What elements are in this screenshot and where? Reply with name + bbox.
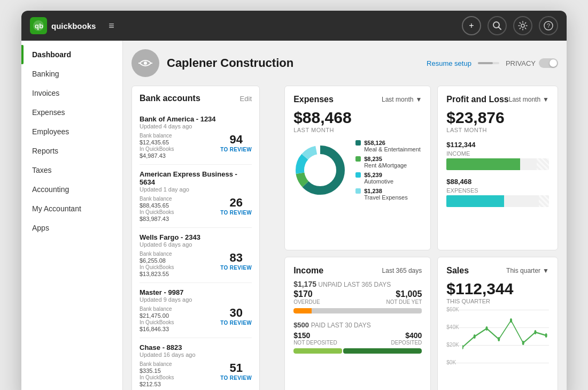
privacy-label: PRIVACY <box>506 59 536 67</box>
browser-window: qb quickbooks ≡ + <box>21 11 567 390</box>
bank-account-1: American Express Business - 5634 Updated… <box>140 165 252 228</box>
sidebar-item-dashboard[interactable]: Dashboard <box>21 45 122 64</box>
bank-updated-2: Updated 6 days ago <box>140 241 252 248</box>
svg-point-17 <box>486 326 488 331</box>
settings-button[interactable] <box>513 16 532 35</box>
topbar-actions: + ? <box>462 16 558 35</box>
svg-point-14 <box>305 155 335 185</box>
privacy-toggle-track[interactable] <box>539 58 558 68</box>
svg-point-19 <box>510 318 512 323</box>
bank-updated-0: Updated 4 days ago <box>140 123 252 129</box>
income-filter: Last 365 days <box>382 267 422 274</box>
y-label-0k: $0K <box>446 360 456 365</box>
review-badge-4: 51 TO REVIEW <box>220 361 252 381</box>
legend-item-1: $8,235 Rent &Mortgage <box>355 156 421 169</box>
bank-account-0: Bank of America - 1234 Updated 4 days ag… <box>140 110 252 165</box>
resume-setup-link[interactable]: Resume setup <box>427 59 471 67</box>
expenses-card-header: Expenses Last month ▼ <box>293 95 422 104</box>
income-title: Income <box>293 266 323 276</box>
review-badge-3: 30 TO REVIEW <box>220 306 252 326</box>
bank-accounts-header: Bank accounts Edit <box>140 94 252 103</box>
review-badge-0: 94 TO REVIEW <box>220 133 252 152</box>
bank-accounts-title: Bank accounts <box>140 94 200 103</box>
expenses-amount-label: LAST MONTH <box>293 127 422 133</box>
sidebar-item-taxes[interactable]: Taxes <box>21 160 122 180</box>
svg-point-22 <box>545 333 547 338</box>
svg-point-4 <box>521 24 524 27</box>
deposited-label: DEPOSITED <box>391 340 422 346</box>
bank-updated-1: Updated 1 day ago <box>140 186 252 193</box>
toggle-thumb <box>550 59 557 67</box>
expenses-title: Expenses <box>293 95 334 104</box>
bank-balances-2: Bank balance $6,255.08 In QuickBooks $13… <box>140 251 252 277</box>
sidebar-item-apps[interactable]: Apps <box>21 218 122 238</box>
notdue-bar <box>312 308 422 313</box>
pnl-filter[interactable]: Last month ▼ <box>509 96 549 103</box>
expenses-bar-track <box>446 195 549 207</box>
expenses-pnl-label: EXPENSES <box>446 187 549 194</box>
bank-balances-3: Bank balance $21,475.00 In QuickBooks $1… <box>140 306 252 332</box>
legend-color-0 <box>355 140 361 146</box>
sidebar: Dashboard Banking Invoices Expenses Empl… <box>21 41 123 390</box>
deposited-bar-fill <box>343 348 422 354</box>
expenses-filter[interactable]: Last month ▼ <box>382 96 422 103</box>
overdue-bar <box>293 308 312 313</box>
svg-point-21 <box>535 330 537 334</box>
sidebar-item-reports[interactable]: Reports <box>21 141 122 160</box>
bank-name-2: Wells Fargo - 2343 <box>140 233 252 241</box>
hamburger-icon[interactable]: ≡ <box>109 20 114 32</box>
sidebar-item-accounting[interactable]: Accounting <box>21 180 122 199</box>
unpaid-text: $1,175 UNPAID LAST 365 DAYS <box>293 280 422 288</box>
company-name: Caplener Construction <box>167 56 293 70</box>
pnl-amount: $23,876 <box>446 109 549 127</box>
income-split: $170 OVERDUE $1,005 NOT DUE YET <box>293 289 422 305</box>
bank-account-2: Wells Fargo - 2343 Updated 6 days ago Ba… <box>140 228 252 283</box>
bank-updated-3: Updated 9 days ago <box>140 296 252 303</box>
help-button[interactable]: ? <box>539 16 558 35</box>
svg-point-20 <box>522 341 524 345</box>
sidebar-item-expenses[interactable]: Expenses <box>21 103 122 122</box>
notdeposited-label: NOT DEPOSITED <box>293 340 337 346</box>
svg-point-7 <box>144 62 147 65</box>
notdeposited-amount: $150 <box>293 331 337 340</box>
income-bar-row: $112,344 INCOME <box>446 141 549 170</box>
svg-text:qb: qb <box>35 22 43 30</box>
company-header: Caplener Construction Resume setup PRIVA… <box>131 49 558 77</box>
paid-section: $500 PAID LAST 30 DAYS <box>293 321 422 329</box>
bank-updated-4: Updated 16 days ago <box>140 351 252 358</box>
bank-accounts-card: Bank accounts Edit Bank of America - 123… <box>131 86 260 390</box>
sales-title: Sales <box>446 266 469 276</box>
expenses-card: Expenses Last month ▼ $88,468 LAST MONTH <box>284 86 431 250</box>
income-card-header: Income Last 365 days <box>293 266 422 276</box>
bank-account-3: Master - 9987 Updated 9 days ago Bank ba… <box>140 283 252 338</box>
sales-filter[interactable]: This quarter ▼ <box>506 267 549 274</box>
svg-point-18 <box>498 337 500 341</box>
pnl-title: Profit and Loss <box>446 95 508 104</box>
expenses-amount: $88,468 <box>293 109 422 127</box>
overdue-label: OVERDUE <box>293 299 320 305</box>
legend-color-3 <box>355 188 361 194</box>
y-label-20k: $20K <box>446 342 459 348</box>
search-button[interactable] <box>488 16 507 35</box>
progress-bar-icon <box>478 59 499 67</box>
sidebar-item-my-accountant[interactable]: My Accountant <box>21 199 122 218</box>
legend-color-1 <box>355 156 361 162</box>
bank-name-3: Master - 9987 <box>140 288 252 296</box>
donut-chart <box>293 143 347 197</box>
deposited-bar <box>293 348 422 354</box>
sidebar-item-employees[interactable]: Employees <box>21 122 122 141</box>
bank-balances-1: Bank balance $88,435.65 In QuickBooks $8… <box>140 196 252 222</box>
add-button[interactable]: + <box>462 16 481 35</box>
edit-link[interactable]: Edit <box>240 95 252 103</box>
legend-item-3: $1,238 Travel Expenses <box>355 188 421 201</box>
main-content: Caplener Construction Resume setup PRIVA… <box>123 41 567 390</box>
legend-item-2: $5,239 Automotive <box>355 172 421 185</box>
bank-account-4: Chase - 8823 Updated 16 days ago Bank ba… <box>140 338 252 390</box>
svg-point-16 <box>474 334 476 339</box>
income-bar-track <box>446 158 549 170</box>
y-label-40k: $40K <box>446 324 459 330</box>
notdue-amount: $1,005 <box>386 289 422 299</box>
sales-card: Sales This quarter ▼ $112,344 THIS QUART… <box>437 257 558 391</box>
sidebar-item-banking[interactable]: Banking <box>21 64 122 83</box>
sidebar-item-invoices[interactable]: Invoices <box>21 83 122 103</box>
